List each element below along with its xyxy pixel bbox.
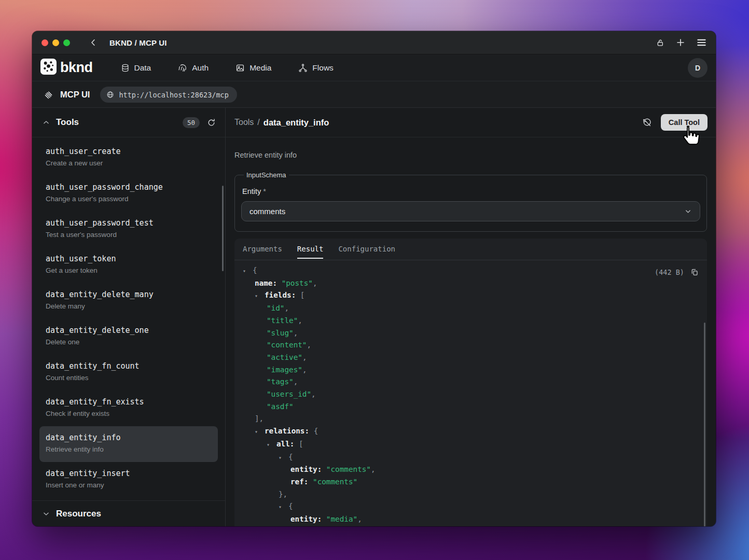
json-line: ▾fields: [ (234, 289, 707, 302)
traffic-lights (41, 39, 70, 46)
collapse-arrow-icon[interactable]: ▾ (279, 452, 288, 464)
minimize-button[interactable] (52, 39, 59, 46)
tool-name: data_entity_delete_one (46, 326, 218, 335)
database-icon (121, 63, 130, 73)
json-line: entity: "comments", (234, 464, 707, 476)
tool-description: Test a user's password (46, 231, 218, 239)
chevron-up-icon[interactable] (43, 119, 50, 126)
call-tool-button[interactable]: Call Tool (661, 114, 708, 131)
tool-name: auth_user_create (46, 147, 218, 156)
close-button[interactable] (41, 39, 48, 46)
nav-item-label: Media (249, 63, 271, 73)
json-line: ▾{ (234, 451, 707, 464)
json-line: "active", (234, 352, 707, 364)
nav-item-auth[interactable]: Auth (178, 63, 209, 73)
json-line: "images", (234, 364, 707, 376)
nav-item-data[interactable]: Data (121, 63, 151, 73)
json-line: "content", (234, 339, 707, 352)
tool-item-auth_user_password_test[interactable]: auth_user_password_testTest a user's pas… (39, 212, 218, 247)
back-icon[interactable] (89, 38, 98, 47)
tool-name: data_entity_insert (46, 469, 218, 478)
resources-section-header[interactable]: Resources (32, 500, 225, 526)
avatar[interactable]: D (688, 58, 708, 78)
json-result-view: ▾{name: "posts",▾fields: ["id","title","… (234, 260, 707, 526)
workflow-icon (298, 63, 308, 73)
tab-result[interactable]: Result (297, 245, 324, 259)
tool-item-auth_user_token[interactable]: auth_user_tokenGet a user token (39, 247, 218, 283)
tool-item-data_entity_info[interactable]: data_entity_infoRetrieve entity info (39, 426, 218, 462)
tool-description: Change a user's password (46, 195, 218, 203)
menu-icon[interactable] (697, 38, 706, 47)
chevron-down-icon[interactable] (43, 510, 50, 517)
app-window: BKND / MCP UI bknd DataAuthMediaFlows D (32, 31, 716, 526)
unlock-icon[interactable] (656, 38, 664, 47)
copy-icon[interactable] (690, 268, 699, 276)
tool-item-auth_user_password_change[interactable]: auth_user_password_changeChange a user's… (39, 176, 218, 212)
tool-description: Check if entity exists (46, 410, 218, 417)
collapse-arrow-icon[interactable]: ▾ (243, 265, 253, 277)
json-line: ref: "images" (234, 526, 707, 526)
tool-description: Count entities (46, 374, 218, 382)
history-off-icon[interactable] (642, 118, 652, 128)
titlebar: BKND / MCP UI (32, 31, 716, 54)
fingerprint-icon (178, 63, 187, 73)
json-line: ▾all: [ (234, 438, 707, 451)
tool-item-data_entity_delete_many[interactable]: data_entity_delete_manyDelete many (39, 283, 218, 319)
nav-item-flows[interactable]: Flows (298, 63, 333, 73)
bknd-logo-icon (40, 59, 57, 77)
tool-name: data_entity_delete_many (46, 290, 218, 299)
tool-item-data_entity_fn_exists[interactable]: data_entity_fn_existsCheck if entity exi… (39, 390, 218, 426)
json-line: }, (234, 488, 707, 501)
tool-item-data_entity_fn_count[interactable]: data_entity_fn_countCount entities (39, 355, 218, 390)
required-marker: * (263, 187, 266, 195)
json-line: name: "posts", (234, 277, 707, 290)
tools-sidebar: Tools 50 auth_user_createCreate a new us… (32, 108, 226, 526)
mcp-bar: MCP UI http://localhost:28623/mcp (32, 82, 716, 108)
tool-item-auth_user_create[interactable]: auth_user_createCreate a new user (39, 140, 218, 176)
json-line: ref: "comments" (234, 476, 707, 488)
tool-name: auth_user_password_change (46, 183, 218, 192)
tool-name: data_entity_info (46, 433, 218, 442)
brand-name: bknd (60, 60, 93, 76)
mcp-ui-label: MCP UI (60, 90, 90, 100)
tool-name: auth_user_password_test (46, 218, 218, 228)
input-schema-fieldset: InputSchema Entity* comments (234, 171, 707, 232)
resources-section-title: Resources (56, 509, 101, 519)
entity-field-label: Entity* (242, 187, 700, 195)
collapse-arrow-icon[interactable]: ▾ (255, 426, 265, 438)
breadcrumb-current: data_entity_info (263, 118, 329, 128)
tool-item-data_entity_insert[interactable]: data_entity_insertInsert one or many (39, 462, 218, 498)
globe-icon (106, 91, 114, 99)
entity-select[interactable]: comments (241, 201, 700, 221)
tool-description: Insert one or many (46, 481, 218, 489)
nav-item-label: Flows (312, 63, 333, 73)
chevron-down-icon (684, 207, 692, 215)
tool-description: Create a new user (46, 159, 218, 167)
sidebar-scrollbar[interactable] (222, 186, 224, 271)
json-line: ], (234, 413, 707, 425)
json-line: ▾relations: { (234, 425, 707, 438)
tool-item-data_entity_delete_one[interactable]: data_entity_delete_oneDelete one (39, 319, 218, 355)
tab-arguments[interactable]: Arguments (243, 245, 282, 259)
brand-logo[interactable]: bknd (40, 59, 93, 77)
zoom-button[interactable] (63, 39, 70, 46)
tool-description: Get a user token (46, 267, 218, 274)
tab-configuration[interactable]: Configuration (338, 245, 395, 259)
json-line: "tags", (234, 376, 707, 388)
tools-count-badge: 50 (183, 117, 200, 128)
nav-item-media[interactable]: Media (235, 63, 271, 73)
app-navbar: bknd DataAuthMediaFlows D (32, 54, 716, 81)
plus-icon[interactable] (676, 38, 685, 47)
breadcrumb-separator: / (257, 118, 259, 127)
layers-icon (44, 90, 54, 100)
refresh-icon[interactable] (207, 118, 216, 127)
mcp-url-pill[interactable]: http://localhost:28623/mcp (100, 87, 237, 103)
collapse-arrow-icon[interactable]: ▾ (279, 501, 288, 513)
window-title: BKND / MCP UI (109, 38, 167, 47)
collapse-arrow-icon[interactable]: ▾ (255, 290, 265, 302)
tools-section-header[interactable]: Tools 50 (32, 108, 225, 137)
main-scrollbar[interactable] (704, 323, 705, 526)
collapse-arrow-icon[interactable]: ▾ (267, 439, 276, 451)
breadcrumb-tools[interactable]: Tools (234, 118, 254, 127)
mcp-url: http://localhost:28623/mcp (119, 91, 228, 99)
